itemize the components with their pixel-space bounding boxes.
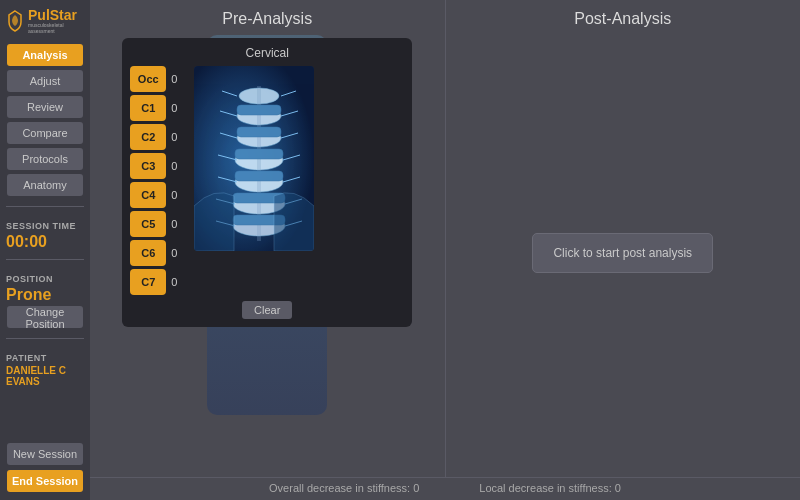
vertebra-value-c3: 0 bbox=[171, 160, 186, 172]
vertebra-btn-c7[interactable]: C7 bbox=[130, 269, 166, 295]
new-session-button[interactable]: New Session bbox=[7, 443, 83, 465]
nav-analysis[interactable]: Analysis bbox=[7, 44, 83, 66]
cervical-content: Occ0C10C20C30C40C50C60C70 bbox=[130, 66, 404, 295]
divider-3 bbox=[6, 338, 84, 339]
vertebra-row: Occ0 bbox=[130, 66, 186, 92]
post-analysis-panel: Post-Analysis Click to start post analys… bbox=[446, 0, 801, 477]
svg-rect-26 bbox=[235, 171, 283, 181]
vertebra-value-c6: 0 bbox=[171, 247, 186, 259]
main-content: Pre-Analysis Cervical Occ0C10C20C30C40C5… bbox=[90, 0, 800, 500]
vertebra-btn-c6[interactable]: C6 bbox=[130, 240, 166, 266]
vertebra-btn-occ[interactable]: Occ bbox=[130, 66, 166, 92]
nav-adjust[interactable]: Adjust bbox=[7, 70, 83, 92]
logo: PulStar musculoskeletal assessment bbox=[6, 8, 84, 34]
session-time-section: SESSION TIME 00:00 bbox=[6, 221, 84, 253]
post-analysis-title: Post-Analysis bbox=[574, 10, 671, 28]
pre-analysis-panel: Pre-Analysis Cervical Occ0C10C20C30C40C5… bbox=[90, 0, 446, 477]
brand-tagline: musculoskeletal assessment bbox=[28, 22, 84, 34]
vertebra-row: C70 bbox=[130, 269, 186, 295]
vertebra-btn-c2[interactable]: C2 bbox=[130, 124, 166, 150]
divider-2 bbox=[6, 259, 84, 260]
logo-text: PulStar musculoskeletal assessment bbox=[28, 8, 84, 34]
nav-compare[interactable]: Compare bbox=[7, 122, 83, 144]
patient-name: DANIELLE C EVANS bbox=[6, 365, 84, 387]
panels: Pre-Analysis Cervical Occ0C10C20C30C40C5… bbox=[90, 0, 800, 477]
vertebra-row: C60 bbox=[130, 240, 186, 266]
sidebar-bottom: New Session End Session bbox=[6, 443, 84, 492]
patient-label: PATIENT bbox=[6, 353, 84, 363]
vertebra-value-c2: 0 bbox=[171, 131, 186, 143]
position-label: POSITION bbox=[6, 274, 84, 284]
divider-1 bbox=[6, 206, 84, 207]
vertebra-btn-c3[interactable]: C3 bbox=[130, 153, 166, 179]
vertebra-row: C10 bbox=[130, 95, 186, 121]
vertebra-value-c4: 0 bbox=[171, 189, 186, 201]
vertebrae-list: Occ0C10C20C30C40C50C60C70 bbox=[130, 66, 186, 295]
cervical-panel: Cervical Occ0C10C20C30C40C50C60C70 bbox=[122, 38, 412, 327]
svg-rect-24 bbox=[237, 127, 281, 137]
end-session-button[interactable]: End Session bbox=[7, 470, 83, 492]
cervical-title: Cervical bbox=[130, 46, 404, 60]
vertebra-row: C30 bbox=[130, 153, 186, 179]
start-post-analysis-button[interactable]: Click to start post analysis bbox=[532, 233, 713, 273]
session-time-value: 00:00 bbox=[6, 233, 84, 251]
patient-section: PATIENT DANIELLE C EVANS bbox=[6, 353, 84, 391]
spine-image bbox=[194, 66, 314, 251]
sidebar: PulStar musculoskeletal assessment Analy… bbox=[0, 0, 90, 500]
svg-rect-23 bbox=[237, 105, 281, 115]
status-bar: Overall decrease in stiffness: 0 Local d… bbox=[90, 477, 800, 500]
nav-protocols[interactable]: Protocols bbox=[7, 148, 83, 170]
vertebra-value-c5: 0 bbox=[171, 218, 186, 230]
local-stiffness: Local decrease in stiffness: 0 bbox=[479, 482, 621, 494]
vertebra-value-c7: 0 bbox=[171, 276, 186, 288]
nav-anatomy[interactable]: Anatomy bbox=[7, 174, 83, 196]
svg-rect-25 bbox=[235, 149, 283, 159]
vertebra-value-c1: 0 bbox=[171, 102, 186, 114]
vertebra-btn-c4[interactable]: C4 bbox=[130, 182, 166, 208]
session-time-label: SESSION TIME bbox=[6, 221, 84, 231]
clear-button[interactable]: Clear bbox=[242, 301, 292, 319]
vertebra-row: C40 bbox=[130, 182, 186, 208]
vertebra-row: C50 bbox=[130, 211, 186, 237]
logo-icon bbox=[6, 10, 24, 32]
vertebra-value-occ: 0 bbox=[171, 73, 186, 85]
overall-stiffness: Overall decrease in stiffness: 0 bbox=[269, 482, 419, 494]
nav-review[interactable]: Review bbox=[7, 96, 83, 118]
vertebra-btn-c5[interactable]: C5 bbox=[130, 211, 166, 237]
position-section: POSITION Prone bbox=[6, 274, 84, 306]
brand-name: PulStar bbox=[28, 8, 84, 22]
vertebra-row: C20 bbox=[130, 124, 186, 150]
pre-analysis-title: Pre-Analysis bbox=[222, 10, 312, 28]
change-position-button[interactable]: Change Position bbox=[7, 306, 83, 328]
position-value: Prone bbox=[6, 286, 84, 304]
vertebra-btn-c1[interactable]: C1 bbox=[130, 95, 166, 121]
